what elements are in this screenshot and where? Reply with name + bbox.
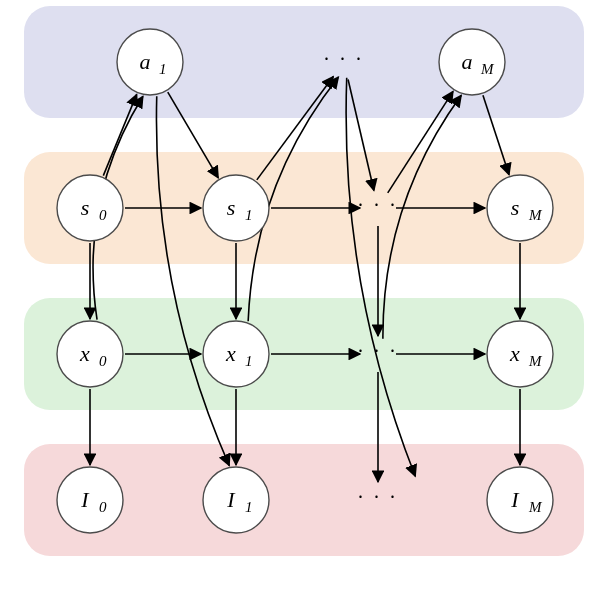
node-sub-x1: 1 [245,353,253,369]
node-sub-I1: 1 [245,499,253,515]
node-sub-xM: M [528,353,543,369]
ellipsis-xdots: · · · [358,340,398,362]
node-sub-IM: M [528,499,543,515]
node-sub-I0: 0 [99,499,107,515]
node-I0 [57,467,123,533]
node-label-x1: x [225,341,236,366]
node-I1 [203,467,269,533]
node-label-xM: x [509,341,520,366]
diagram-container: a1· · ·aMs0s1· · ·sMx0x1· · ·xMI0I1· · ·… [0,0,610,606]
node-s1 [203,175,269,241]
node-xM [487,321,553,387]
ellipsis-Idots: · · · [358,486,398,508]
node-x0 [57,321,123,387]
edge-a1-I1 [156,96,229,465]
node-s0 [57,175,123,241]
node-label-s1: s [227,195,236,220]
ellipsis-sdots: · · · [358,194,398,216]
node-sM [487,175,553,241]
node-label-s0: s [81,195,90,220]
node-sub-sM: M [528,207,543,223]
node-sub-aM: M [480,61,495,77]
node-sub-s0: 0 [99,207,107,223]
node-x1 [203,321,269,387]
node-sub-a1: 1 [159,61,167,77]
node-label-sM: s [511,195,520,220]
node-sub-s1: 1 [245,207,253,223]
node-sub-x0: 0 [99,353,107,369]
node-label-a1: a [140,49,151,74]
edge-adots-IM-proxy [346,78,415,476]
node-label-aM: a [462,49,473,74]
graphical-model-svg: a1· · ·aMs0s1· · ·sMx0x1· · ·xMI0I1· · ·… [0,0,610,606]
node-label-x0: x [79,341,90,366]
ellipsis-adots: · · · [324,48,364,70]
node-IM [487,467,553,533]
